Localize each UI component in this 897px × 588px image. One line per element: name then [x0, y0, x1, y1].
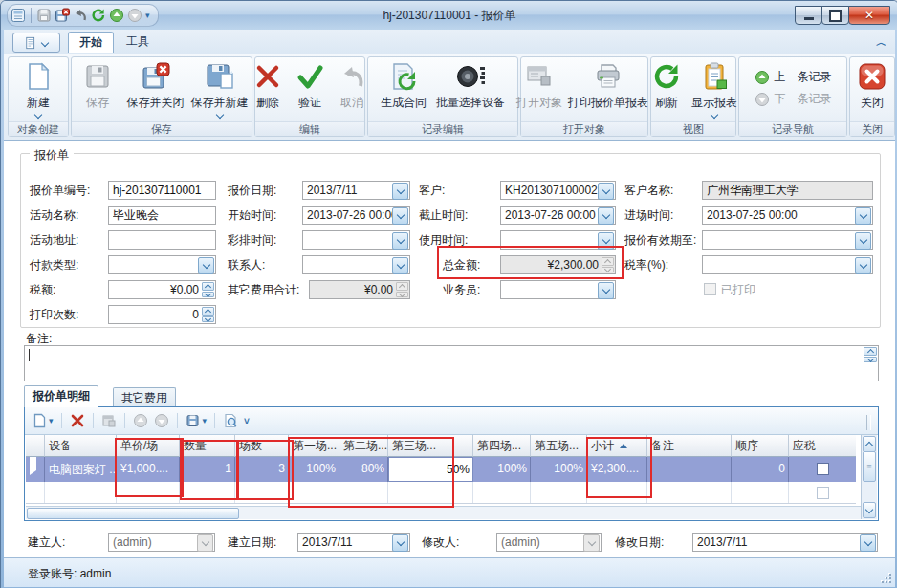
payment-type-combo[interactable]	[108, 255, 216, 274]
chevron-down-icon[interactable]	[598, 232, 614, 250]
create-date-combo[interactable]: 2013/7/11	[297, 533, 410, 552]
column-header-session1[interactable]: 第一场...	[289, 435, 339, 457]
close-button[interactable]: 关闭	[850, 57, 894, 111]
customer-combo[interactable]: KH201307100002	[500, 181, 616, 200]
spinner-buttons[interactable]	[202, 307, 214, 322]
toolbar-more-button[interactable]: ˅	[243, 415, 251, 427]
tax-rate-combo[interactable]	[702, 255, 873, 274]
chevron-down-icon[interactable]	[392, 207, 408, 225]
column-header-taxable[interactable]: 应税	[789, 435, 856, 457]
printed-checkbox[interactable]	[704, 283, 716, 295]
column-header-session2[interactable]: 第二场...	[339, 435, 388, 457]
column-header-subtotal[interactable]: 小计	[587, 435, 647, 457]
taxable-checkbox[interactable]	[817, 463, 829, 475]
cell-sessions[interactable]: 3	[235, 457, 289, 482]
empty-row[interactable]	[26, 482, 856, 504]
refresh-button[interactable]: 刷新	[645, 57, 688, 111]
copy-row-button[interactable]	[100, 412, 118, 429]
column-header-qty[interactable]: 数量	[180, 435, 235, 457]
show-report-button[interactable]: 显示报表	[688, 57, 741, 118]
tab-other-fees[interactable]: 其它费用	[113, 387, 176, 407]
cell-session3-editor[interactable]: 50%	[388, 457, 473, 482]
chevron-down-icon[interactable]	[598, 207, 614, 225]
close-window-button[interactable]: ✕	[848, 6, 890, 25]
start-time-combo[interactable]: 2013-07-26 00:00	[302, 206, 410, 225]
chevron-down-icon[interactable]	[598, 282, 614, 299]
remark-scroll-buttons[interactable]	[864, 347, 877, 362]
quote-no-input[interactable]	[108, 181, 216, 200]
contact-combo[interactable]	[302, 255, 410, 274]
validate-button[interactable]: 验证	[289, 57, 331, 111]
export-button[interactable]: ▾	[185, 412, 208, 429]
event-name-input[interactable]	[108, 206, 216, 225]
column-header-order[interactable]: 顺序	[732, 435, 789, 457]
column-header-session3[interactable]: 第三场...	[388, 435, 473, 457]
tax-field[interactable]: ¥0.00	[108, 280, 216, 299]
save-and-new-button[interactable]: 保存并新建	[187, 57, 252, 118]
column-header-device[interactable]: 设备	[45, 435, 117, 457]
scroll-up-button[interactable]	[863, 436, 876, 452]
app-menu-button[interactable]	[12, 33, 60, 53]
tab-start[interactable]: 开始	[68, 32, 114, 53]
valid-until-combo[interactable]	[702, 230, 873, 250]
taxable-checkbox[interactable]	[817, 487, 829, 499]
delete-button[interactable]: 删除	[247, 57, 289, 111]
new-row-button[interactable]: ▾	[31, 412, 55, 429]
modify-date-combo[interactable]: 2013/7/11	[692, 533, 878, 552]
scrollbar-thumb[interactable]: ≡	[863, 451, 876, 482]
scroll-down-button[interactable]	[863, 502, 876, 518]
cell-order[interactable]: 0	[732, 457, 789, 482]
generate-contract-button[interactable]: 生成合同	[376, 57, 431, 111]
chevron-down-icon[interactable]	[855, 232, 871, 250]
grid-vertical-scrollbar[interactable]: ≡	[861, 435, 877, 519]
chevron-down-icon[interactable]	[598, 183, 614, 200]
cell-qty[interactable]: 1	[180, 457, 235, 482]
chevron-down-icon[interactable]	[860, 534, 876, 552]
column-header-unit-price[interactable]: 单价/场	[117, 435, 180, 457]
resize-grip[interactable]	[880, 572, 891, 583]
print-count-field[interactable]: 0	[108, 305, 216, 324]
tab-quote-detail[interactable]: 报价单明细	[24, 385, 98, 407]
new-button[interactable]: 新建	[12, 57, 64, 118]
chevron-down-icon[interactable]	[392, 534, 408, 552]
cell-taxable[interactable]	[789, 457, 856, 482]
save-and-close-button[interactable]: 保存并关闭	[123, 57, 187, 111]
column-header-remark[interactable]: 备注	[647, 435, 732, 457]
event-address-input[interactable]	[108, 230, 216, 250]
rehearsal-time-combo[interactable]	[302, 230, 410, 250]
salesman-combo[interactable]	[500, 280, 616, 299]
cell-session5[interactable]: 100%	[531, 457, 587, 482]
column-header-session5[interactable]: 第五场...	[531, 435, 587, 457]
collapse-ribbon-icon[interactable]: ︿	[876, 35, 886, 50]
table-row[interactable]: 电脑图案灯 ... ¥1,000.... 1 3 100% 80% 50% 10…	[26, 457, 856, 482]
spinner-buttons[interactable]	[202, 282, 214, 297]
cell-session2[interactable]: 80%	[339, 457, 388, 482]
maximize-button[interactable]	[821, 6, 849, 25]
entry-time-combo[interactable]: 2013-07-25 00:00	[702, 206, 873, 225]
quote-date-combo[interactable]: 2013/7/11	[302, 181, 410, 200]
next-record-button[interactable]: 下一条记录	[755, 91, 832, 107]
chevron-down-icon[interactable]	[855, 257, 871, 274]
grid-horizontal-scrollbar[interactable]	[26, 506, 861, 519]
batch-select-device-button[interactable]: 批量选择设备	[431, 57, 510, 111]
open-object-button[interactable]: 打开对象	[515, 57, 563, 111]
preview-button[interactable]	[222, 412, 239, 429]
move-down-button[interactable]	[153, 412, 170, 429]
chevron-down-icon[interactable]	[392, 183, 408, 200]
save-button[interactable]: 保存	[72, 57, 123, 111]
scrollbar-thumb[interactable]	[27, 508, 239, 519]
remark-textarea[interactable]	[24, 345, 879, 381]
chevron-down-icon[interactable]	[392, 257, 408, 274]
cell-session1[interactable]: 100%	[289, 457, 339, 482]
column-header-session4[interactable]: 第四场...	[473, 435, 531, 457]
chevron-down-icon[interactable]	[198, 257, 214, 274]
move-up-button[interactable]	[132, 412, 149, 429]
delete-row-button[interactable]	[69, 412, 86, 429]
chevron-down-icon[interactable]	[392, 232, 408, 250]
end-time-combo[interactable]: 2013-07-26 00:00	[500, 206, 616, 225]
cell-device[interactable]: 电脑图案灯 ...	[45, 457, 117, 482]
tab-tools[interactable]: 工具	[116, 32, 160, 52]
cell-unit-price[interactable]: ¥1,000....	[117, 457, 180, 482]
print-quote-report-button[interactable]: 打印报价单报表	[563, 57, 653, 111]
minimize-button[interactable]	[795, 6, 822, 25]
